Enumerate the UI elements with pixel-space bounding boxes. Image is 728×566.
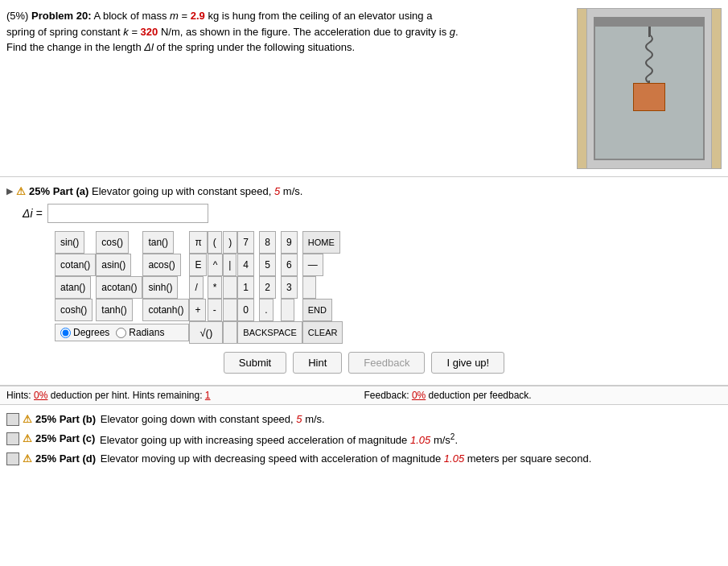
calc-home[interactable]: HOME [302,231,340,254]
submit-button[interactable]: Submit [224,352,286,374]
calc-sqrt[interactable]: √() [189,321,223,344]
part-b-label: 25% Part (b) [35,411,96,428]
calc-asin[interactable]: asin() [96,254,131,276]
calc-slash[interactable]: / [189,276,203,299]
calc-atan[interactable]: atan() [55,276,91,299]
degrees-label: Degrees [73,327,109,338]
spring-container [633,27,665,111]
feedback-percent: 0% [412,390,426,401]
hints-remaining[interactable]: 1 [205,390,211,401]
delta-input[interactable] [47,204,208,223]
calc-acos[interactable]: acos() [142,254,180,276]
calculator: sin() cos() tan() π ( ) 7 8 9 HOME cotan… [55,231,722,344]
k-value: 320 [141,26,158,38]
degrees-radio-label[interactable]: Degrees [60,327,109,338]
spring-coil-svg [641,35,657,83]
part-b-desc: Elevator going down with constant speed,… [97,411,325,428]
mass-block [633,83,665,111]
calc-end[interactable]: END [302,299,332,321]
part-d-item: ⚠ 25% Part (d) Elevator moving up with d… [6,451,722,467]
part-c-checkbox [6,432,19,445]
hints-text: deduction per hint. Hints remaining: [51,390,203,401]
feedback-button[interactable]: Feedback [348,352,425,374]
calc-cotan[interactable]: cotan() [55,254,96,276]
calc-7[interactable]: 7 [237,231,254,254]
problem-text-area: (5%) Problem 20: A block of mass m = 2.9… [6,8,577,170]
calc-star[interactable]: * [208,276,223,299]
feedback-text: deduction per feedback. [429,390,532,401]
elevator-inner [594,17,705,160]
warning-icon-b: ⚠ [23,411,32,428]
mass-value: 2.9 [191,10,205,22]
calc-empty-r4 [223,299,236,321]
calc-pi[interactable]: π [189,231,207,254]
calc-cos[interactable]: cos() [96,231,129,254]
problem-percent: (5%) [6,10,28,22]
parts-list: ⚠ 25% Part (b) Elevator going down with … [0,405,728,477]
calc-backspace[interactable]: BACKSPACE [237,321,302,344]
give-up-button[interactable]: I give up! [431,352,504,374]
hints-left: Hints: 0% deduction per hint. Hints rema… [6,390,364,401]
expand-arrow[interactable]: ▶ [6,186,13,196]
calc-lparen[interactable]: ( [208,231,222,254]
calc-4[interactable]: 4 [237,254,254,276]
delta-label: Δi = [23,207,43,220]
calc-2[interactable]: 2 [259,276,276,299]
hint-button[interactable]: Hint [293,352,342,374]
calc-sin[interactable]: sin() [55,231,84,254]
radians-radio[interactable] [116,328,126,338]
part-d-desc: Elevator moving up with decreasing speed… [97,451,591,467]
part-c-item: ⚠ 25% Part (c) Elevator going up with in… [6,431,722,448]
calc-0[interactable]: 0 [237,299,254,321]
calc-1[interactable]: 1 [237,276,254,299]
problem-number: Problem 20: [31,10,91,22]
calc-space[interactable] [223,276,236,299]
elevator-image [577,8,722,169]
feedback-label: Feedback: [364,390,409,401]
delta-row: Δi = [23,204,722,223]
part-d-label: 25% Part (d) [35,451,96,467]
delta-l: Δl [144,41,154,53]
calc-abs[interactable]: | [223,254,236,276]
problem-section: (5%) Problem 20: A block of mass m = 2.9… [0,0,728,177]
calc-minus[interactable]: - [208,299,222,321]
calc-6[interactable]: 6 [281,254,298,276]
calc-dash[interactable]: — [302,254,323,276]
calc-cotanh[interactable]: cotanh() [142,299,189,321]
hints-label: Hints: [6,390,31,401]
g-period: . [455,26,459,38]
calc-empty-r3 [302,276,316,299]
calc-caret[interactable]: ^ [208,254,224,276]
radians-label: Radians [129,327,164,338]
right-wall [711,9,721,168]
calc-e[interactable]: E [189,254,207,276]
calc-rparen[interactable]: ) [223,231,237,254]
calc-empty-deg [223,321,236,344]
degrees-radio[interactable] [60,328,71,338]
calc-dot[interactable]: . [259,299,273,321]
calc-3[interactable]: 3 [281,276,298,299]
calc-8[interactable]: 8 [259,231,276,254]
calc-acotan[interactable]: acotan() [96,276,142,299]
part-a-label: 25% Part (a) [29,185,88,197]
part-a-desc: Elevator going up with constant speed, 5… [88,185,302,197]
radians-radio-label[interactable]: Radians [116,327,164,338]
calc-5[interactable]: 5 [259,254,276,276]
calc-cosh[interactable]: cosh() [55,299,93,321]
calc-sinh[interactable]: sinh() [142,276,178,299]
find-text: Find the change in the length [6,41,142,53]
calc-plus[interactable]: + [189,299,206,321]
calc-9[interactable]: 9 [281,231,298,254]
mass-unit: kg is hung from the ceiling of an elevat… [205,10,433,22]
part-a-header: ▶ ⚠ 25% Part (a) Elevator going up with … [6,185,722,197]
ceiling-bar [595,19,703,27]
calc-tanh[interactable]: tanh() [96,299,132,321]
hints-bar: Hints: 0% deduction per hint. Hints rema… [0,386,728,405]
spring-desc: spring of spring constant [6,26,121,38]
k-unit: N/m, as shown in the figure. The acceler… [158,26,446,38]
calc-tan[interactable]: tan() [142,231,174,254]
warning-icon-c: ⚠ [23,431,32,447]
calc-clear[interactable]: CLEAR [302,321,343,344]
part-b-item: ⚠ 25% Part (b) Elevator going down with … [6,411,722,428]
warning-icon-a: ⚠ [16,185,26,197]
